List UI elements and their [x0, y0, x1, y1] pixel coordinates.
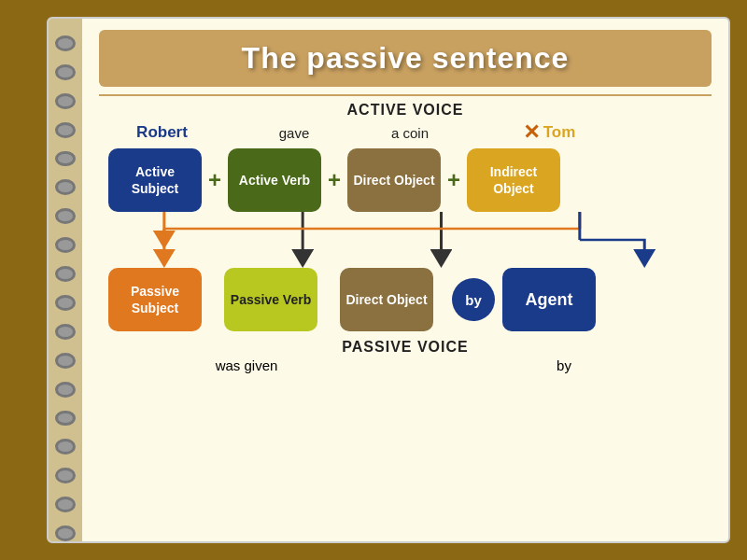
- page-content: The passive sentence ACTIVE VOICE Robert…: [82, 19, 728, 541]
- spiral-17: [55, 497, 76, 512]
- word-tom: Tom: [543, 123, 576, 142]
- spiral-5: [55, 151, 76, 167]
- spiral-7: [55, 208, 76, 224]
- spiral-12: [55, 353, 76, 369]
- words-row: Robert gave a coin ✕ Tom: [99, 120, 712, 145]
- box-passive-subject: Passive Subject: [108, 268, 202, 331]
- spiral-15: [55, 439, 76, 455]
- spiral-8: [55, 237, 76, 253]
- passive-voice-label: PASSIVE VOICE: [99, 339, 712, 356]
- arrows-svg: [108, 212, 712, 268]
- spiral-binding: [49, 19, 82, 541]
- bottom-boxes-row: Passive Subject Passive Verb Direct Obje…: [99, 268, 712, 331]
- box-indirect-object: Indirect Object: [467, 148, 560, 212]
- outer-container: The passive sentence ACTIVE VOICE Robert…: [0, 0, 747, 560]
- spiral-2: [55, 64, 76, 80]
- word-x-tom-group: ✕ Tom: [470, 120, 628, 145]
- spiral-3: [55, 93, 76, 109]
- arrows-area: [108, 212, 712, 268]
- word-a-coin: a coin: [354, 125, 466, 141]
- divider: [99, 94, 712, 96]
- active-voice-label: ACTIVE VOICE: [99, 102, 712, 119]
- plus-3: +: [443, 167, 465, 193]
- page-title: The passive sentence: [118, 41, 693, 76]
- spiral-6: [55, 179, 76, 195]
- box-passive-verb: Passive Verb: [224, 268, 317, 331]
- plus-1: +: [204, 167, 226, 193]
- box-direct-object-2: Direct Object: [340, 268, 433, 331]
- x-mark: ✕: [523, 120, 540, 145]
- spiral-11: [55, 324, 76, 340]
- spiral-13: [55, 382, 76, 398]
- box-direct-object-1: Direct Object: [347, 148, 441, 212]
- word-gave: gave: [238, 125, 350, 141]
- box-active-verb: Active Verb: [228, 148, 321, 212]
- box-active-subject: Active Subject: [108, 148, 202, 212]
- spiral-14: [55, 411, 76, 427]
- spiral-9: [55, 266, 76, 282]
- word-robert: Robert: [108, 123, 216, 142]
- box-agent: Agent: [502, 268, 596, 331]
- top-boxes-row: Active Subject + Active Verb + Direct Ob…: [99, 148, 712, 212]
- spiral-10: [55, 295, 76, 311]
- spiral-4: [55, 122, 76, 138]
- diagram: ACTIVE VOICE Robert gave a coin ✕ Tom: [99, 102, 712, 373]
- box-by: by: [452, 278, 495, 321]
- plus-2: +: [323, 167, 345, 193]
- title-bar: The passive sentence: [99, 30, 712, 87]
- spiral-18: [55, 525, 76, 541]
- passive-words-row: was given by: [99, 357, 712, 373]
- passive-word-by: by: [499, 357, 629, 373]
- spiral-1: [55, 35, 76, 51]
- notebook: The passive sentence ACTIVE VOICE Robert…: [47, 17, 730, 543]
- passive-word-was-given: was given: [181, 357, 312, 373]
- spiral-16: [55, 468, 76, 483]
